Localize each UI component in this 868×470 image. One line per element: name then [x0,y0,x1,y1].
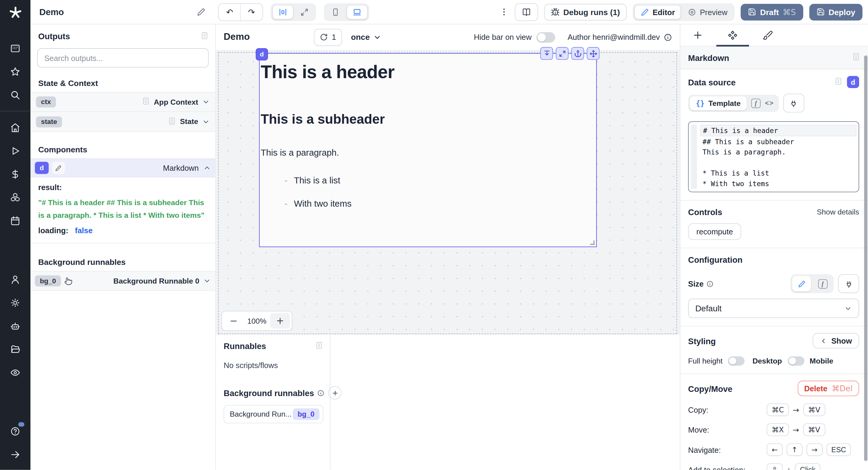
tab-component-settings-icon[interactable] [715,24,750,46]
expand-sidebar-icon[interactable] [5,444,25,464]
ctx-label: App Context [154,98,198,106]
connect-plug-icon[interactable] [783,93,804,112]
component-doc-icon[interactable] [852,53,861,63]
runs-play-icon[interactable] [5,141,25,161]
debug-runs-button[interactable]: Debug runs (1) [544,4,627,20]
code-line[interactable]: * With two items [700,178,856,189]
edit-id-pencil-icon[interactable] [52,162,65,174]
info-icon[interactable] [664,33,672,41]
recompute-button[interactable]: recompute [688,223,741,240]
component-type-title: Markdown [688,53,729,62]
tab-styling-brush-icon[interactable] [750,24,785,46]
favorites-star-icon[interactable] [5,62,25,82]
refresh-count-button[interactable]: 1 [314,29,342,46]
resize-handle[interactable] [590,240,595,245]
code-mode-icon[interactable]: <> [765,99,777,107]
preview-eye-icon [688,7,696,16]
draft-label: Draft [760,7,779,16]
redo-button[interactable]: ↷ [240,4,262,20]
windmill-logo-icon[interactable] [8,5,23,22]
chevron-up-icon[interactable] [203,164,211,172]
code-line[interactable]: * This is a list [700,168,856,179]
ctx-doc-icon[interactable] [142,97,150,107]
zoom-out-button[interactable]: − [224,313,244,328]
audit-eye-icon[interactable] [5,362,25,382]
state-row[interactable]: state State [30,112,215,132]
function-mode-icon[interactable]: f [751,98,761,108]
panel-scrollbar[interactable] [864,56,867,461]
hide-bar-label: Hide bar on view [474,33,532,41]
zoom-in-button[interactable]: + [270,313,290,328]
schedules-calendar-icon[interactable] [5,211,25,231]
bg0-row[interactable]: bg_0 Background Runnable 0 [30,271,215,291]
variables-dollar-icon[interactable] [5,164,25,184]
tab-insert-plus-icon[interactable] [680,24,715,46]
undo-button[interactable]: ↶ [219,4,240,20]
more-kebab-icon[interactable] [499,7,508,17]
preview-tab[interactable]: Preview [682,5,733,19]
resources-boxes-icon[interactable] [5,187,25,207]
bg-runnables-title: Background runnables [224,388,314,398]
user-icon[interactable] [5,269,25,289]
search-outputs-input[interactable] [43,53,203,63]
component-d-row[interactable]: d Markdown [30,158,215,177]
size-select[interactable]: Default [688,299,859,318]
expand-component-icon[interactable] [556,47,568,60]
hide-bar-toggle[interactable] [536,32,555,42]
markdown-component[interactable]: d This is a header [259,53,597,247]
code-line[interactable]: # This is a header [700,125,856,136]
code-line[interactable] [700,157,856,168]
code-line[interactable]: This is a paragraph. [700,147,856,157]
move-component-icon[interactable] [587,47,599,60]
component-tag: d [256,48,268,60]
template-code-editor[interactable]: # This is a header ## This is a subheade… [688,121,859,192]
settings-tabs [680,24,868,47]
chevron-down-icon[interactable] [203,277,211,285]
delete-button[interactable]: Delete ⌘Del [798,381,859,396]
full-height-toggle[interactable] [728,356,745,365]
deploy-button[interactable]: Deploy [809,4,863,20]
desktop-view-button[interactable] [346,5,367,19]
draft-button[interactable]: Draft ⌘S [741,4,803,20]
styling-show-button[interactable]: Show [812,333,859,348]
canvas-grid[interactable]: d This is a header [216,50,680,334]
chevron-down-icon[interactable] [202,98,210,106]
size-select-value: Default [695,304,721,313]
ctx-row[interactable]: ctx App Context [30,92,215,112]
settings-gear-icon[interactable] [5,293,25,313]
mobile-view-button[interactable] [325,5,345,19]
undo-redo-group: ↶ ↷ [218,3,263,21]
state-doc-icon[interactable] [168,117,176,127]
fill-height-icon[interactable] [540,47,553,60]
runnables-doc-icon[interactable] [315,341,323,352]
folders-icon[interactable] [5,339,25,359]
kbd-key: ESC [827,443,851,456]
editor-tab[interactable]: Editor [634,5,681,19]
anchor-icon[interactable] [571,47,584,60]
size-connect-plug-icon[interactable] [838,274,859,293]
chevron-down-icon[interactable] [202,118,210,125]
schedule-dropdown[interactable]: once [351,33,381,41]
rename-pencil-icon[interactable] [197,7,206,17]
size-function-icon[interactable]: f [813,276,832,291]
desktop-toggle[interactable] [787,356,804,365]
data-source-section: Data source d {} Template f <> [680,69,868,201]
code-line[interactable]: ## This is a subheader [700,136,856,147]
expand-layout-button[interactable] [294,5,314,19]
help-icon[interactable] [5,421,25,441]
home-icon[interactable] [5,117,25,137]
workers-robot-icon[interactable] [5,316,25,336]
size-label: Size [688,280,704,288]
data-source-doc-icon[interactable] [834,77,843,87]
search-icon[interactable] [5,85,25,105]
background-runnable-card[interactable]: Background Run... bg_0 [224,405,323,423]
template-mode-button[interactable]: {} Template [690,96,747,110]
layout-mode-group [270,3,316,21]
size-static-pencil-icon[interactable] [792,276,811,291]
sidebar-divider [0,111,30,111]
center-layout-button[interactable] [272,5,293,19]
outputs-doc-icon[interactable] [200,32,209,41]
show-details-link[interactable]: Show details [817,208,859,216]
apps-icon[interactable] [5,38,25,58]
docs-book-button[interactable] [515,3,538,21]
